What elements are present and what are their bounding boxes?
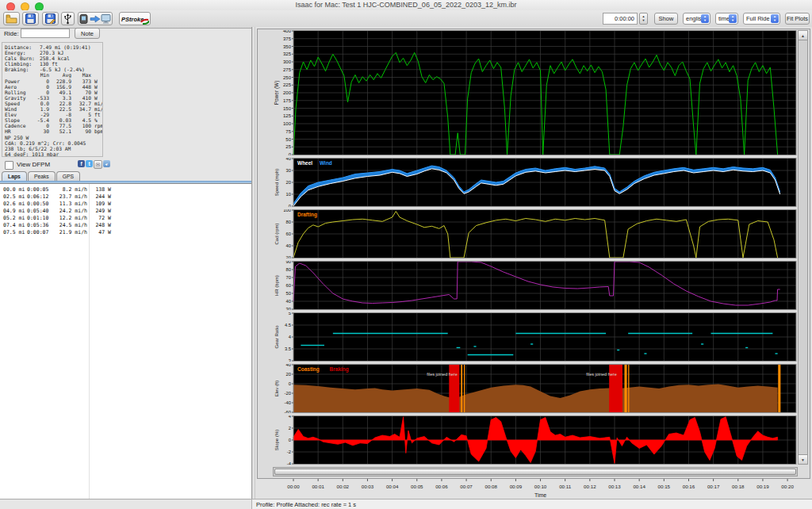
twitter-icon[interactable]	[86, 160, 93, 167]
stats-cell: 156.9	[49, 84, 71, 90]
stats-cell: W	[91, 90, 103, 95]
stats-cell: 49.1	[49, 90, 71, 95]
lap-row[interactable]: 07.4 mi0:05:3624.5 mi/h248 W	[0, 222, 251, 229]
hr-plot[interactable]: 30405060708090HR (bpm)	[273, 261, 798, 310]
show-button[interactable]: Show	[654, 13, 678, 25]
svg-text:50: 50	[285, 137, 291, 142]
svg-text:4: 4	[289, 335, 292, 339]
note-button[interactable]: Note	[75, 28, 100, 39]
time-tick-label: 00:05	[411, 484, 423, 489]
time-offset-field[interactable]: 0:00:00	[603, 13, 638, 25]
time-tick-label: 00:18	[732, 484, 745, 489]
facebook-icon[interactable]	[78, 160, 85, 167]
lap-row[interactable]: 05.2 mi0:01:1012.2 mi/h72 W	[0, 215, 251, 222]
pedal-stroke-button[interactable]: PStroke	[119, 12, 151, 25]
lap-list: 00.0 mi0:00:058.2 mi/h138 W02.5 mi0:06:1…	[0, 183, 251, 499]
svg-text:-20: -20	[285, 391, 291, 396]
download-from-device-button[interactable]	[78, 12, 113, 25]
cadence-plot[interactable]: 20406080100DraftingCad (rpm)	[273, 209, 798, 258]
stats-cell: 70	[71, 90, 91, 95]
usb-device-button[interactable]	[61, 12, 75, 25]
svg-text:30: 30	[286, 168, 291, 173]
time-tick-label: 00:06	[435, 484, 448, 489]
scroll-up-icon[interactable]	[799, 31, 807, 40]
speed-plot[interactable]: 010203040WheelWindSpeed (mph)	[273, 158, 798, 207]
elev-plot[interactable]: -60-40-2002040files joined herefiles joi…	[273, 364, 798, 413]
stats-cell: 5	[71, 112, 91, 117]
stats-cell: W	[91, 78, 103, 84]
svg-text:20: 20	[286, 255, 291, 258]
tab-peaks[interactable]: Peaks	[28, 171, 56, 181]
elev-axis-label: Elev (ft)	[274, 381, 279, 397]
lap-row[interactable]: 00.0 mi0:00:058.2 mi/h138 W	[0, 186, 251, 193]
ride-label: Ride:	[4, 30, 19, 37]
svg-text:0: 0	[289, 204, 291, 207]
stats-cell: 448	[71, 84, 91, 90]
cadence-chart-row: 20406080100DraftingCad (rpm)	[273, 209, 798, 258]
svg-text:-40: -40	[285, 400, 291, 405]
range-select[interactable]: Full Ride	[743, 13, 780, 25]
units-select[interactable]: english	[683, 13, 710, 25]
stats-cell: 0	[32, 84, 49, 90]
svg-text:80: 80	[286, 267, 291, 272]
horizontal-scrollbar[interactable]	[273, 467, 798, 476]
scroll-down-icon[interactable]	[799, 454, 807, 464]
stats-cell: 22.5	[49, 106, 71, 112]
vertical-scrollbar[interactable]	[798, 30, 808, 465]
stats-cell: -29	[32, 112, 49, 117]
gear-plot[interactable]: 33.544.55Gear Ratio	[273, 312, 798, 362]
stats-cell: 228.9	[49, 78, 71, 84]
extra-stat-line: 238 lb; 6/5/22 2:03 AM	[5, 146, 102, 151]
svg-text:175: 175	[283, 98, 292, 103]
horizontal-scroll-thumb[interactable]	[274, 469, 796, 475]
stats-cell: 30	[32, 128, 49, 134]
ride-input[interactable]	[21, 29, 70, 38]
stats-cell: 52.1	[49, 128, 71, 134]
svg-text:4: 4	[289, 415, 292, 419]
tab-gps[interactable]: GPS	[56, 171, 80, 181]
stats-cell: 22.8	[49, 101, 71, 106]
svg-text:0: 0	[289, 152, 292, 155]
stats-header-cell: Avg	[49, 72, 71, 78]
safari-icon[interactable]	[103, 160, 110, 167]
fit-plots-button[interactable]: Fit Plots	[785, 13, 810, 25]
svg-text:350: 350	[283, 44, 292, 49]
cadence-axis-label: Cad (rpm)	[274, 223, 279, 244]
svg-text:40: 40	[286, 364, 291, 367]
ride-statistics: Distance:7.49 mi (0:19:41)Energy:270.3 k…	[2, 42, 103, 157]
event-band	[624, 365, 626, 412]
svg-text:30: 30	[286, 307, 291, 310]
legend-braking: Braking	[330, 366, 349, 373]
tab-laps[interactable]: Laps	[2, 171, 27, 181]
save-as-button[interactable]	[42, 12, 59, 25]
lap-row[interactable]: 02.6 mi0:00:5011.3 mi/h109 W	[0, 201, 251, 208]
svg-text:40: 40	[286, 299, 291, 304]
open-file-button[interactable]	[3, 12, 20, 25]
lap-row[interactable]: 07.5 mi0:00:0721.9 mi/h47 W	[0, 229, 251, 236]
app-window: Isaac for Mac: Test 1 HJC-COMBINED_06_05…	[0, 0, 812, 509]
save-button[interactable]	[22, 12, 39, 25]
summary-line: Energy:270.3 kJ	[5, 50, 102, 55]
power-plot[interactable]: 0255075100125150175200225250275300325350…	[273, 30, 798, 155]
lap-row[interactable]: 02.5 mi0:06:1223.7 mi/h244 W	[0, 193, 251, 201]
event-band	[464, 365, 465, 412]
save-floppy-icon	[25, 13, 36, 24]
mail-icon[interactable]	[94, 160, 102, 169]
time-tick-label: 00:20	[781, 484, 794, 489]
svg-text:100: 100	[283, 121, 292, 126]
time-offset-stepper[interactable]	[639, 13, 648, 25]
stats-cell: Cadence	[5, 123, 32, 128]
svg-text:150: 150	[283, 106, 292, 111]
time-tick-label: 00:19	[756, 484, 769, 489]
view-dfpm-checkbox[interactable]	[5, 161, 13, 170]
slope-plot[interactable]: -4-2024Slope (%)	[273, 415, 798, 465]
svg-text:70: 70	[286, 275, 291, 280]
xaxis-mode-select[interactable]: time	[715, 13, 738, 25]
legend-wheel: Wheel	[297, 160, 312, 166]
lap-row[interactable]: 04.9 mi0:05:4024.2 mi/h249 W	[0, 208, 251, 215]
stats-cell: W	[91, 95, 103, 101]
stats-cell: -5.4	[32, 117, 49, 123]
pstroke-logo-icon: PStroke	[121, 13, 149, 25]
event-band	[778, 365, 780, 412]
stats-cell: 0	[32, 123, 49, 128]
